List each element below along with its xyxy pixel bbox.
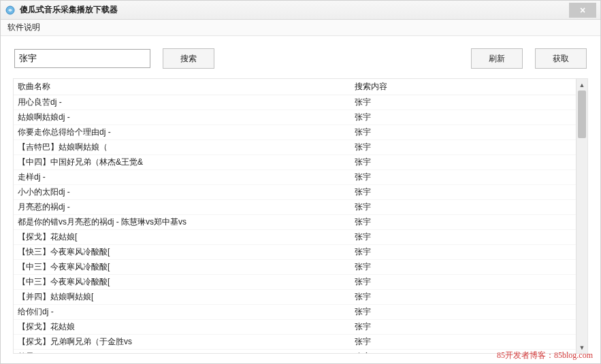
table-row[interactable]: 你要走你总得给个理由dj -张宇 — [14, 125, 576, 140]
cell-song-name: 【并四】姑娘啊姑娘[ — [14, 290, 351, 305]
cell-search-query: 张宇 — [351, 170, 576, 185]
table-row[interactable]: 【探戈】花姑娘张宇 — [14, 320, 576, 335]
cell-song-name: 【中三】今夜寒风冷酸酸[ — [14, 260, 351, 275]
scroll-thumb[interactable] — [578, 90, 586, 138]
cell-song-name: 【吉特巴】姑娘啊姑娘（ — [14, 140, 351, 155]
table-row[interactable]: 给你们dj -张宇 — [14, 305, 576, 320]
table-row[interactable]: 【快三】今夜寒风冷酸酸[张宇 — [14, 245, 576, 260]
col-song-name[interactable]: 歌曲名称 — [14, 79, 351, 95]
cell-search-query: 张宇 — [351, 320, 576, 335]
cell-search-query: 张宇 — [351, 155, 576, 170]
cell-song-name: 都是你的错vs月亮惹的祸dj - 陈慧琳vs郑中基vs — [14, 215, 351, 230]
results-scroll: 歌曲名称 搜索内容 用心良苦dj -张宇姑娘啊姑娘dj -张宇你要走你总得给个理… — [14, 79, 576, 353]
cell-song-name: 【中三】今夜寒风冷酸酸[ — [14, 275, 351, 290]
titlebar: 傻瓜式音乐采集播放下载器 × — [1, 1, 600, 20]
cell-song-name: 【中四】中国好兄弟（林杰&王觉& — [14, 155, 351, 170]
cell-search-query: 张宇 — [351, 95, 576, 110]
watermark-text: 85开发者博客：85blog.com — [497, 350, 593, 361]
table-row[interactable]: 走样dj -张宇 — [14, 170, 576, 185]
close-icon: × — [580, 5, 585, 16]
table-row[interactable]: 【吉特巴】姑娘啊姑娘（张宇 — [14, 140, 576, 155]
close-button[interactable]: × — [569, 3, 596, 18]
content-area: 搜索 刷新 获取 歌曲名称 搜索内容 用心良苦dj -张宇姑娘啊姑娘dj -张宇… — [1, 36, 600, 363]
table-row[interactable]: 【中三】今夜寒风冷酸酸[张宇 — [14, 260, 576, 275]
scroll-up-arrow[interactable]: ▲ — [576, 79, 587, 90]
cell-search-query: 张宇 — [351, 140, 576, 155]
cell-search-query: 张宇 — [351, 200, 576, 215]
table-row[interactable]: 用心良苦dj -张宇 — [14, 95, 576, 110]
table-row[interactable]: 【探戈】花姑娘[张宇 — [14, 230, 576, 245]
menubar: 软件说明 — [1, 20, 600, 36]
app-window: 傻瓜式音乐采集播放下载器 × 软件说明 搜索 刷新 获取 歌曲名称 搜索内容 — [0, 0, 601, 364]
cell-song-name: 小小的太阳dj - — [14, 185, 351, 200]
menu-help[interactable]: 软件说明 — [7, 22, 40, 33]
vertical-scrollbar[interactable]: ▲ ▼ — [576, 79, 587, 353]
cell-song-name: 给你们dj - — [14, 305, 351, 320]
window-title: 傻瓜式音乐采集播放下载器 — [20, 4, 569, 16]
table-row[interactable]: 【探戈】兄弟啊兄弟（于金胜vs张宇 — [14, 335, 576, 350]
table-row[interactable]: 【并四】姑娘啊姑娘[张宇 — [14, 290, 576, 305]
cell-song-name: 你要走你总得给个理由dj - — [14, 125, 351, 140]
search-input[interactable] — [14, 49, 150, 68]
cell-search-query: 张宇 — [351, 305, 576, 320]
cell-search-query: 张宇 — [351, 335, 576, 350]
cell-song-name: 用心良苦dj - — [14, 95, 351, 110]
cell-search-query: 张宇 — [351, 245, 576, 260]
cell-search-query: 张宇 — [351, 185, 576, 200]
table-row[interactable]: 月亮惹的祸dj -张宇 — [14, 200, 576, 215]
cell-search-query: 张宇 — [351, 215, 576, 230]
fetch-button[interactable]: 获取 — [535, 48, 587, 69]
cell-song-name: 【探戈】花姑娘 — [14, 320, 351, 335]
toolbar: 搜索 刷新 获取 — [6, 42, 595, 76]
cell-search-query: 张宇 — [351, 260, 576, 275]
table-row[interactable]: 【中四】中国好兄弟（林杰&王觉&张宇 — [14, 155, 576, 170]
table-row[interactable]: 趁早dj -张宇 — [14, 350, 576, 354]
table-row[interactable]: 姑娘啊姑娘dj -张宇 — [14, 110, 576, 125]
cell-search-query: 张宇 — [351, 110, 576, 125]
table-row[interactable]: 小小的太阳dj -张宇 — [14, 185, 576, 200]
cell-search-query: 张宇 — [351, 275, 576, 290]
cell-song-name: 【探戈】兄弟啊兄弟（于金胜vs — [14, 335, 351, 350]
results-table: 歌曲名称 搜索内容 用心良苦dj -张宇姑娘啊姑娘dj -张宇你要走你总得给个理… — [14, 79, 576, 353]
table-row[interactable]: 都是你的错vs月亮惹的祸dj - 陈慧琳vs郑中基vs张宇 — [14, 215, 576, 230]
search-button[interactable]: 搜索 — [163, 48, 214, 69]
cell-song-name: 走样dj - — [14, 170, 351, 185]
col-search-query[interactable]: 搜索内容 — [351, 79, 576, 95]
cell-song-name: 【探戈】花姑娘[ — [14, 230, 351, 245]
cell-search-query: 张宇 — [351, 230, 576, 245]
table-header-row: 歌曲名称 搜索内容 — [14, 79, 576, 95]
cell-song-name: 【快三】今夜寒风冷酸酸[ — [14, 245, 351, 260]
table-row[interactable]: 【中三】今夜寒风冷酸酸[张宇 — [14, 275, 576, 290]
cell-search-query: 张宇 — [351, 125, 576, 140]
cell-song-name: 月亮惹的祸dj - — [14, 200, 351, 215]
cell-song-name: 姑娘啊姑娘dj - — [14, 110, 351, 125]
app-icon — [5, 5, 16, 16]
cell-search-query: 张宇 — [351, 290, 576, 305]
refresh-button[interactable]: 刷新 — [471, 48, 523, 69]
cell-song-name: 趁早dj - — [14, 350, 351, 354]
results-panel: 歌曲名称 搜索内容 用心良苦dj -张宇姑娘啊姑娘dj -张宇你要走你总得给个理… — [13, 78, 588, 354]
